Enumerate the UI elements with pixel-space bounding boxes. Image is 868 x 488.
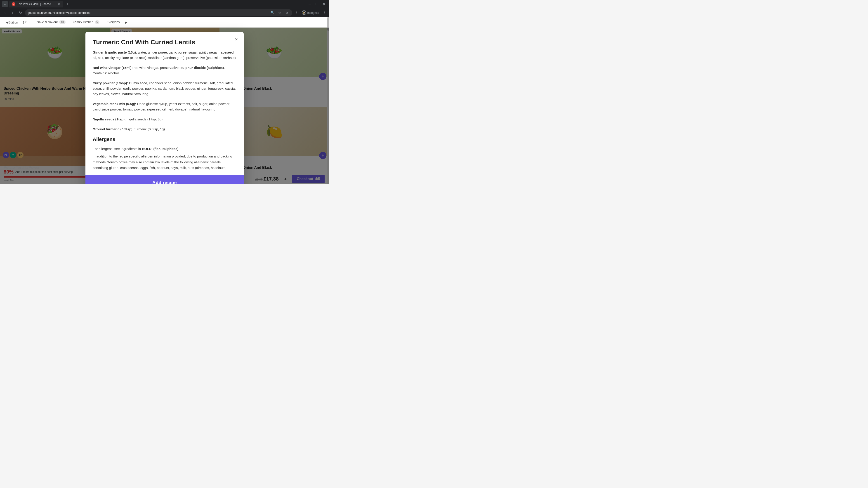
ingredient-stock: Vegetable stock mix (5.5g): Dried glucos… bbox=[93, 101, 237, 112]
allergen-heading: Allergens bbox=[93, 136, 237, 142]
allergen-intro-text: For allergens, see ingredients in BOLD. … bbox=[93, 146, 237, 152]
allergen-sulphites: sulphur dioxide (sulphites) bbox=[181, 66, 224, 70]
nav-edition-count: 8 bbox=[25, 20, 27, 24]
new-tab-button[interactable]: + bbox=[64, 1, 70, 7]
incognito-button[interactable]: 🕵 Incognito bbox=[300, 9, 321, 16]
search-icon[interactable]: 🔍 bbox=[270, 10, 275, 15]
active-tab[interactable]: g This Week's Menu | Choose Fro... ✕ bbox=[9, 1, 63, 7]
ingredient-curry: Curry powder (1tbsp): Cumin seed, corian… bbox=[93, 80, 237, 97]
url-text: gousto.co.uk/menu?collection=calorie-con… bbox=[28, 11, 268, 14]
more-options-icon[interactable]: ⋮ bbox=[322, 10, 327, 15]
address-bar: ‹ › ↻ gousto.co.uk/menu?collection=calor… bbox=[0, 8, 329, 17]
url-box[interactable]: gousto.co.uk/menu?collection=calorie-con… bbox=[25, 9, 292, 16]
window-controls: ─ ❐ ✕ bbox=[307, 1, 327, 7]
allergen-intro: For allergens, see ingredients in bbox=[93, 147, 142, 151]
tab-title: This Week's Menu | Choose Fro... bbox=[17, 2, 55, 6]
allergen-body-text: In addition to the recipe specific aller… bbox=[93, 153, 237, 171]
close-window-button[interactable]: ✕ bbox=[321, 1, 327, 7]
ingredient-curry-name: Curry powder (1tbsp): bbox=[93, 81, 128, 85]
nav-family-label: Family Kitchen bbox=[73, 20, 94, 24]
page-content: ◀Edition ( 8 ) Save & Savour 10 Family K… bbox=[0, 17, 329, 184]
tab-close-button[interactable]: ✕ bbox=[57, 2, 61, 6]
extensions-icon[interactable]: ⧉ bbox=[284, 10, 289, 15]
nav-edition-close: ) bbox=[29, 20, 30, 24]
ingredient-nigella-name: Nigella seeds (1tsp): bbox=[93, 117, 126, 121]
site-nav: ◀Edition ( 8 ) Save & Savour 10 Family K… bbox=[0, 17, 329, 28]
ingredient-ginger-name: Ginger & garlic paste (15g): bbox=[93, 51, 137, 54]
modal-body: Ginger & garlic paste (15g): water, ging… bbox=[86, 50, 244, 171]
url-icons: 🔍 ☆ ⧉ bbox=[270, 10, 289, 15]
ingredient-ginger: Ginger & garlic paste (15g): water, ging… bbox=[93, 50, 237, 61]
nav-item-edition[interactable]: ( 8 ) bbox=[20, 17, 33, 28]
nav-save-count: 10 bbox=[59, 20, 65, 24]
browser-chrome: ⌄ g This Week's Menu | Choose Fro... ✕ +… bbox=[0, 0, 329, 17]
nav-item-save-savour[interactable]: Save & Savour 10 bbox=[33, 17, 69, 28]
tab-group-icon: ⌄ bbox=[4, 2, 6, 6]
ingredient-turmeric-value: turmeric (0.5tsp, 1g) bbox=[134, 127, 165, 131]
incognito-icon: 🕵 bbox=[302, 10, 306, 15]
add-recipe-button[interactable]: Add recipe bbox=[86, 175, 244, 184]
bookmark-icon[interactable]: ☆ bbox=[277, 10, 282, 15]
ingredient-vinegar: Red wine vinegar (15ml): red wine vinega… bbox=[93, 65, 237, 76]
modal-header: Turmeric Cod With Curried Lentils bbox=[86, 32, 244, 50]
nav-edition-label: ( bbox=[23, 20, 24, 24]
tab-bar: ⌄ g This Week's Menu | Choose Fro... ✕ +… bbox=[0, 0, 329, 8]
tab-group-button[interactable]: ⌄ bbox=[2, 1, 8, 7]
nav-left-arrow[interactable]: ◀Edition bbox=[4, 21, 20, 24]
modal-close-button[interactable]: × bbox=[233, 36, 240, 43]
profile-area: ⋮ 🕵 Incognito ⋮ bbox=[293, 9, 327, 16]
incognito-label: Incognito bbox=[307, 11, 319, 14]
ingredient-stock-name: Vegetable stock mix (5.5g): bbox=[93, 102, 136, 106]
ingredient-vinegar-name: Red wine vinegar (15ml): bbox=[93, 66, 133, 70]
reload-button[interactable]: ↻ bbox=[17, 9, 24, 16]
tab-favicon: g bbox=[12, 2, 16, 6]
modal-footer: Add recipe bbox=[86, 171, 244, 184]
modal-overlay[interactable]: Turmeric Cod With Curried Lentils × Ging… bbox=[0, 28, 329, 184]
allergen-bold: BOLD. (fish, sulphites) bbox=[142, 147, 179, 151]
nav-item-family-kitchen[interactable]: Family Kitchen 5 bbox=[69, 17, 103, 28]
profile-menu-icon[interactable]: ⋮ bbox=[293, 10, 299, 15]
forward-button[interactable]: › bbox=[9, 9, 16, 16]
ingredient-modal: Turmeric Cod With Curried Lentils × Ging… bbox=[86, 32, 244, 184]
nav-save-label: Save & Savour bbox=[37, 20, 58, 24]
back-button[interactable]: ‹ bbox=[2, 9, 8, 16]
ingredient-turmeric: Ground turmeric (0.5tsp): turmeric (0.5t… bbox=[93, 127, 237, 132]
maximize-button[interactable]: ❐ bbox=[314, 1, 320, 7]
ingredient-nigella: Nigella seeds (1tsp): nigella seeds (1 t… bbox=[93, 117, 237, 122]
nav-family-count: 5 bbox=[95, 20, 100, 24]
nav-item-everyday[interactable]: Everyday bbox=[103, 17, 123, 28]
nav-everyday-label: Everyday bbox=[107, 20, 120, 24]
ingredient-nigella-value: nigella seeds (1 tsp, 3g) bbox=[127, 117, 162, 121]
nav-right-arrow[interactable]: ▶ bbox=[124, 21, 129, 24]
modal-title: Turmeric Cod With Curried Lentils bbox=[93, 38, 237, 46]
ingredient-turmeric-name: Ground turmeric (0.5tsp): bbox=[93, 127, 133, 131]
minimize-button[interactable]: ─ bbox=[307, 1, 313, 7]
